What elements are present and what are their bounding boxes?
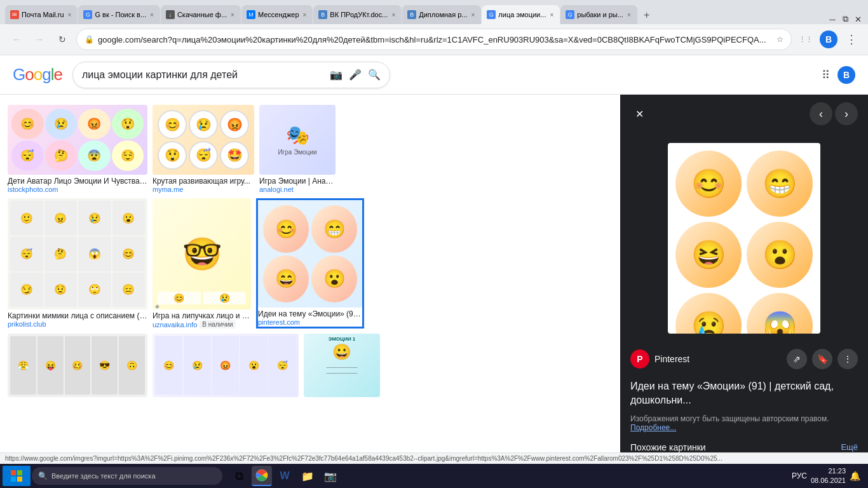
image-thumb-8: 😊 😢 😡 😮 😴: [153, 334, 299, 397]
tab-vk-search[interactable]: G G вк - Поиск в... ×: [78, 5, 159, 24]
tab-label-fish: рыбаки и ры...: [577, 11, 623, 18]
taskbar-search-icon: 🔍: [38, 471, 48, 480]
tab-close-msg[interactable]: ×: [302, 10, 308, 20]
image-item-5[interactable]: 🤓 😊 😢 ◆ Игра на липучках лицо и эмоц... …: [153, 198, 251, 329]
detail-subtitle: Изображения могут быть защищены авторски…: [620, 413, 868, 437]
new-tab-button[interactable]: +: [638, 6, 656, 24]
image-item-2[interactable]: 😊 😢 😡 😲 😴 🤩 Крутая развивающая игру... m…: [153, 105, 254, 193]
taskbar-app2[interactable]: 📷: [320, 466, 341, 486]
image-source-3: analogi.net: [259, 186, 336, 193]
image-info-2: Крутая развивающая игру... myma.me: [153, 177, 254, 193]
image-info-1: Дети Аватар Лицо Эмоции И Чувства — сток…: [8, 177, 147, 193]
image-source-6: pinterest.com: [258, 318, 362, 326]
tab-close-vk[interactable]: ×: [149, 10, 155, 20]
taskbar-word[interactable]: W: [275, 466, 295, 486]
image-item-9[interactable]: ЭМОЦИИ 1 😀 ___________ ___________: [304, 334, 380, 397]
similar-more-button[interactable]: Ещё: [841, 442, 858, 452]
extensions-button[interactable]: ⋮⋮: [797, 30, 815, 48]
tab-messenger[interactable]: M Мессенджер ×: [241, 5, 313, 24]
image-info-4: Картинки мимики лица с описанием (35 ...…: [8, 311, 147, 328]
minimize-button[interactable]: ─: [827, 14, 837, 24]
image-item-3[interactable]: 🎭 Игра Эмоции Игра Эмоции | Аналогий нет…: [259, 105, 336, 193]
taskbar-search-box[interactable]: 🔍 Введите здесь текст для поиска: [32, 467, 222, 485]
tab-bar: ✉ Почта Mail.ru × G G вк - Поиск в... × …: [0, 0, 868, 24]
tab-close-faces[interactable]: ×: [548, 10, 555, 20]
image-title-4: Картинки мимики лица с описанием (35 ...: [8, 311, 147, 320]
tab-favicon-faces: G: [487, 10, 496, 19]
google-search-input[interactable]: [82, 69, 325, 81]
windows-logo-icon: [10, 470, 23, 482]
detail-learn-more-link[interactable]: Подробнее...: [630, 423, 676, 432]
status-bar: https://www.google.com/imgres?imgurl=htt…: [0, 452, 868, 464]
tab-close-mailru[interactable]: ×: [67, 10, 73, 20]
tab-favicon-msg: M: [247, 10, 255, 19]
tab-vk-doc[interactable]: В ВК ПРодУКт.doc... ×: [313, 5, 402, 24]
profile-avatar[interactable]: В: [820, 30, 837, 48]
tab-label-vkd: ВК ПРодУКт.doc...: [330, 11, 388, 18]
taskbar-time-display: 21:23 08.06.2021: [811, 466, 846, 486]
detail-next-button[interactable]: ›: [835, 102, 858, 125]
tab-fish[interactable]: G рыбаки и ры... ×: [560, 5, 637, 24]
logo-g: G: [13, 65, 25, 84]
tab-close-vkd[interactable]: ×: [390, 10, 397, 20]
google-search-box[interactable]: 📷 🎤 🔍: [72, 62, 390, 88]
search-icons: 📷 🎤 🔍: [330, 69, 381, 81]
tab-close-fish[interactable]: ×: [626, 10, 632, 20]
logo-o1: o: [25, 65, 33, 84]
detail-close-button[interactable]: ✕: [630, 105, 648, 123]
tab-close-dip[interactable]: ×: [470, 10, 477, 20]
face-smile: 😆: [675, 222, 742, 288]
tab-mailru[interactable]: ✉ Почта Mail.ru ×: [5, 5, 78, 24]
content-area: 😊 😢 😡 😲 😴 🤔 😨 😌 Дети Аватар Лицо Эмоции …: [0, 95, 868, 464]
more-options-button[interactable]: ⋮: [837, 349, 858, 369]
svg-rect-2: [11, 477, 16, 482]
taskbar-task-view[interactable]: ⧉: [229, 466, 249, 486]
image-item-1[interactable]: 😊 😢 😡 😲 😴 🤔 😨 😌 Дети Аватар Лицо Эмоции …: [8, 105, 147, 193]
image-item-8[interactable]: 😊 😢 😡 😮 😴: [153, 334, 299, 397]
image-item-4[interactable]: 🙂 😠 😢 😮 😴 🤔 😱 😊 😏 😟 🙄 😑: [8, 198, 147, 329]
star-icon[interactable]: ☆: [776, 35, 783, 44]
taskbar-chrome[interactable]: [252, 466, 272, 486]
image-item-6[interactable]: 😊 😁 😄 😮 Идеи на тему «Эмоции» (91) | дет…: [256, 198, 364, 329]
forward-button[interactable]: →: [31, 30, 48, 48]
face-happy: 😊: [675, 151, 742, 217]
tab-label-dl: Скачанные ф...: [177, 11, 227, 18]
maximize-button[interactable]: ⧉: [840, 14, 850, 24]
reload-button[interactable]: ↻: [53, 30, 71, 48]
url-bar[interactable]: 🔒 google.com/search?q=лица%20эмоции%20ка…: [76, 29, 792, 50]
svg-rect-0: [11, 470, 16, 475]
image-thumb-5: 🤓 😊 😢 ◆: [153, 198, 251, 309]
image-row-3: 😤 😝 🥴 😎 🙃 😊 😢 😡 😮 😴: [0, 331, 620, 400]
image-row-1: 😊 😢 😡 😲 😴 🤔 😨 😌 Дети Аватар Лицо Эмоции …: [0, 100, 620, 196]
image-title-1: Дети Аватар Лицо Эмоции И Чувства — сток…: [8, 177, 147, 186]
google-apps-button[interactable]: ⠿: [822, 68, 830, 82]
detail-prev-button[interactable]: ‹: [810, 102, 832, 125]
tray-lang: РУС: [792, 471, 807, 480]
image-thumb-2: 😊 😢 😡 😲 😴 🤩: [153, 105, 254, 175]
status-url: https://www.google.com/imgres?imgurl=htt…: [5, 455, 722, 462]
lock-icon: 🔒: [85, 35, 94, 44]
share-button[interactable]: ⇗: [787, 349, 807, 369]
image-title-2: Крутая развивающая игру...: [153, 177, 254, 186]
voice-search-icon[interactable]: 🎤: [349, 69, 362, 81]
start-button[interactable]: [3, 466, 31, 486]
taskbar-explorer[interactable]: 📁: [297, 466, 318, 486]
notification-icon[interactable]: 🔔: [850, 471, 860, 481]
svg-rect-3: [17, 477, 22, 482]
tab-faces-active[interactable]: G лица эмоции... ×: [482, 5, 560, 24]
google-profile-avatar[interactable]: В: [837, 66, 855, 84]
tab-label-faces: лица эмоции...: [498, 11, 546, 18]
image-info-6: Идеи на тему «Эмоции» (91) | детск... pi…: [258, 309, 362, 326]
browser-chrome: ✉ Почта Mail.ru × G G вк - Поиск в... × …: [0, 0, 868, 55]
image-item-7[interactable]: 😤 😝 🥴 😎 🙃: [8, 334, 147, 397]
tab-diploma[interactable]: В Дипломная р... ×: [402, 5, 481, 24]
save-bookmark-button[interactable]: 🔖: [812, 349, 832, 369]
back-button[interactable]: ←: [8, 30, 25, 48]
menu-button[interactable]: ⋮: [843, 30, 860, 48]
face-shocked: 😱: [747, 293, 813, 334]
tab-downloads[interactable]: ↓ Скачанные ф... ×: [161, 5, 241, 24]
camera-search-icon[interactable]: 📷: [330, 69, 342, 81]
search-submit-icon[interactable]: 🔍: [368, 69, 381, 81]
close-window-button[interactable]: ✕: [853, 14, 863, 24]
tab-close-dl[interactable]: ×: [229, 10, 236, 20]
